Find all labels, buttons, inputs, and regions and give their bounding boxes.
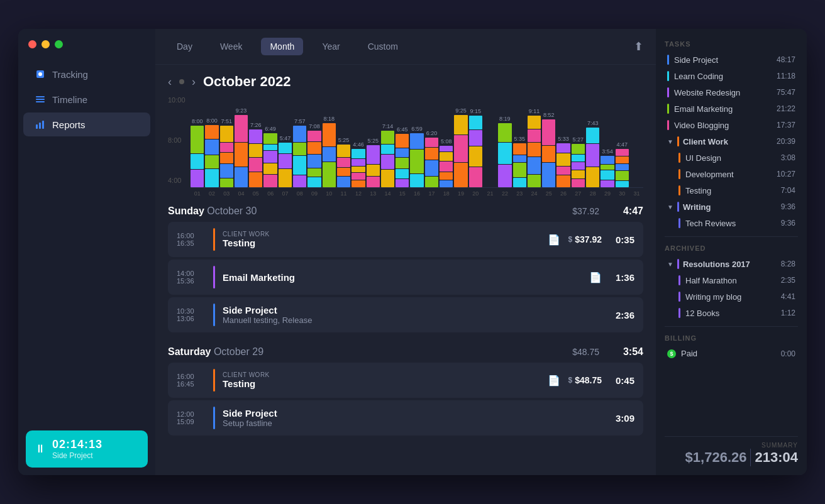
entry-name: Side Project: [223, 408, 602, 419]
task-name: 12 Books: [685, 309, 776, 318]
task-item[interactable]: Side Project 48:17: [665, 52, 798, 68]
entries-section[interactable]: Sunday October 30$37.924:4716:0016:35CLI…: [155, 197, 656, 475]
bar-segment: [249, 144, 262, 157]
billing-duration: 0:00: [781, 349, 795, 358]
bar-col: 4:47: [616, 141, 629, 187]
panel-divider-archived: [665, 236, 798, 237]
x-label: 18: [440, 190, 453, 197]
task-name: Tech Reviews: [685, 219, 776, 228]
task-item[interactable]: Development 10:27: [676, 166, 798, 182]
task-item[interactable]: Writing my blog 4:41: [676, 288, 798, 305]
timer-widget[interactable]: ⏸ 02:14:13 Side Project: [26, 430, 148, 468]
next-month-button[interactable]: ›: [192, 75, 196, 89]
entry-note: Setup fastline: [223, 419, 602, 428]
prev-month-button[interactable]: ‹: [168, 75, 172, 89]
bar-stack: [410, 133, 423, 187]
task-item[interactable]: UI Design 3:08: [676, 150, 798, 166]
entry-note: Manuell testing, Release: [223, 315, 602, 325]
billing-item[interactable]: $ Paid 0:00: [665, 346, 798, 361]
file-icon[interactable]: 📄: [548, 234, 560, 246]
group-header[interactable]: ▼ Client Work 20:39: [665, 133, 798, 150]
bar-total-label: 6:20: [426, 130, 438, 136]
bar-segment: [205, 140, 218, 155]
share-icon[interactable]: ⬆: [634, 40, 643, 53]
file-icon[interactable]: 📄: [589, 271, 602, 283]
entry-row[interactable]: 16:0016:45CLIENT WORKTesting📄$$48.750:45: [168, 363, 643, 398]
entry-color-bar: [213, 369, 215, 392]
chart-title: October 2022: [203, 74, 291, 90]
group-header[interactable]: ▼ Writing 9:36: [665, 199, 798, 215]
task-item[interactable]: Learn Coding 11:18: [665, 68, 798, 84]
file-icon[interactable]: 📄: [548, 375, 560, 386]
bar-total-label: 7:26: [250, 122, 262, 128]
entry-row[interactable]: 10:3013:06Side ProjectManuell testing, R…: [168, 297, 643, 332]
bar-segment: [440, 152, 453, 161]
chart-area: 10:00 8:00 4:00 8:008:007:519:237:266:49…: [168, 96, 643, 197]
bar-segment: [586, 128, 599, 143]
summary-row: SUMMARY: [665, 442, 798, 449]
tab-day[interactable]: Day: [168, 38, 201, 55]
minimize-button[interactable]: [42, 40, 50, 48]
task-item[interactable]: Testing 7:04: [676, 182, 798, 199]
task-item[interactable]: Video Blogging 17:37: [665, 117, 798, 133]
x-label: 05: [249, 190, 262, 197]
task-duration: 75:47: [777, 88, 795, 97]
entry-category: CLIENT WORK: [223, 231, 540, 238]
bar-segment: [220, 126, 233, 142]
sidebar-item-reports[interactable]: Reports: [23, 112, 150, 136]
svg-rect-6: [39, 123, 41, 129]
chart-nav: ‹ › October 2022: [168, 65, 643, 94]
maximize-button[interactable]: [55, 40, 63, 48]
day-title: Saturday October 29: [168, 346, 572, 358]
sidebar-item-tracking[interactable]: Tracking: [23, 62, 150, 86]
bar-col: 7:57: [293, 118, 306, 187]
task-item[interactable]: Email Marketing 21:22: [665, 101, 798, 117]
entry-row[interactable]: 16:0016:35CLIENT WORKTesting📄$$37.920:35: [168, 222, 643, 257]
bar-total-label: 9:25: [455, 107, 467, 114]
bar-segment: [220, 153, 233, 163]
bar-col: 8:00: [205, 118, 218, 187]
entry-row[interactable]: 12:0015:09Side ProjectSetup fastline3:09: [168, 400, 643, 436]
bar-stack: [498, 123, 511, 187]
bar-total-label: 3:54: [602, 148, 613, 155]
bar-stack: [381, 131, 394, 187]
tab-custom[interactable]: Custom: [359, 38, 407, 55]
bar-total-label: 7:43: [587, 120, 599, 126]
bar-segment: [586, 167, 599, 187]
entry-details: CLIENT WORKTesting: [223, 371, 540, 389]
group-name: Resolutions 2017: [683, 260, 777, 269]
bar-col: [484, 186, 497, 187]
bar-col: 7:26: [249, 122, 262, 187]
summary-time: 213:04: [755, 449, 798, 466]
sidebar-item-timeline[interactable]: Timeline: [23, 87, 150, 111]
entry-details: Side ProjectManuell testing, Release: [223, 305, 602, 325]
tab-year[interactable]: Year: [313, 38, 348, 55]
summary-values: $1,726.26 213:04: [665, 449, 798, 466]
entry-duration: 3:09: [609, 413, 634, 424]
bar-segment: [220, 164, 233, 178]
task-item[interactable]: Tech Reviews 9:36: [676, 215, 798, 231]
x-label: 19: [454, 190, 467, 197]
entry-row[interactable]: 14:0015:36Email Marketing📄1:36: [168, 260, 643, 295]
task-item[interactable]: 12 Books 1:12: [676, 305, 798, 321]
bar-total-label: 5:33: [558, 136, 569, 142]
entry-color-bar: [213, 407, 215, 429]
bar-segment: [323, 162, 336, 187]
x-label: 14: [381, 190, 394, 197]
x-label: 17: [425, 190, 438, 197]
task-item[interactable]: Website Redesign 75:47: [665, 84, 798, 101]
bar-col: 8:18: [323, 116, 336, 187]
task-duration: 11:18: [777, 72, 795, 80]
timer-label: Side Project: [52, 451, 102, 460]
y-label-mid: 8:00: [168, 136, 191, 144]
task-item[interactable]: Half Marathon 2:35: [676, 272, 798, 288]
bar-col: 7:14: [381, 123, 394, 187]
bar-segment: [572, 179, 585, 187]
close-button[interactable]: [28, 40, 36, 48]
bar-segment: [425, 138, 438, 147]
tab-month[interactable]: Month: [261, 38, 303, 55]
archived-group-header[interactable]: ▼ Resolutions 2017 8:28: [665, 256, 798, 272]
reports-label: Reports: [52, 119, 86, 130]
task-name: Website Redesign: [674, 88, 772, 97]
tab-week[interactable]: Week: [211, 38, 252, 55]
